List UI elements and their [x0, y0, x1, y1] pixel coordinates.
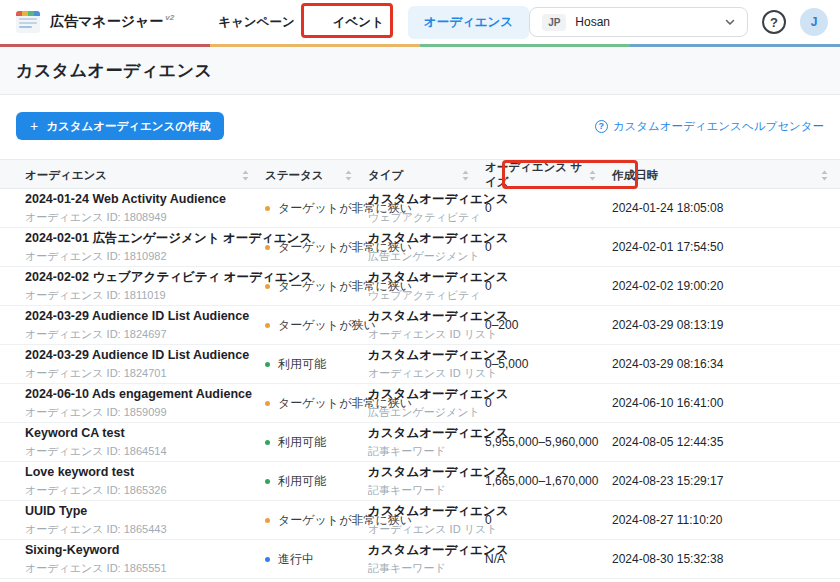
table-row[interactable]: 2024-03-29 Audience ID List Audience オーデ…	[0, 345, 840, 384]
status-cell: 利用可能	[265, 434, 368, 451]
column-label: オーディエンス サイズ	[485, 160, 589, 190]
created-datetime: 2024-08-27 11:10:20	[612, 513, 830, 527]
status-dot	[265, 401, 270, 406]
table-row[interactable]: Sixing-Keyword オーディエンス ID: 1865551 進行中 カ…	[0, 540, 840, 579]
audience-id: オーディエンス ID: 1865551	[25, 561, 265, 576]
audience-name: 2024-06-10 Ads engagement Audience	[25, 386, 265, 402]
status-dot	[265, 245, 270, 250]
created-datetime: 2024-03-29 08:13:19	[612, 318, 830, 332]
type-cell: カスタムオーディエンス オーディエンス ID リスト	[368, 503, 485, 536]
audience-name-cell: UUID Type オーディエンス ID: 1865443	[25, 503, 265, 536]
table-row[interactable]: 2024-03-29 Audience ID List Audience オーデ…	[0, 306, 840, 345]
audience-name-cell: Sixing-Keyword オーディエンス ID: 1865551	[25, 542, 265, 575]
table-header-row: オーディエンス ステータス タイプ オーディエンス サイズ 作成日時	[0, 159, 840, 189]
audience-name: Love keyword test	[25, 464, 265, 480]
create-audience-button[interactable]: + カスタムオーディエンスの作成	[16, 112, 224, 140]
sort-icon	[345, 170, 352, 181]
top-nav: 広告マネージャーv2 キャンペーン イベント オーディエンス JP Hosan …	[0, 0, 840, 44]
status-cell: ターゲットが非常に狭い	[265, 239, 368, 256]
audience-id: オーディエンス ID: 1810982	[25, 249, 265, 264]
nav-tabs: キャンペーン イベント オーディエンス	[204, 6, 529, 39]
type-sub: 記事キーワード	[368, 561, 485, 576]
help-center-link[interactable]: ? カスタムオーディエンスヘルプセンター	[595, 119, 824, 134]
status-label: 利用可能	[278, 434, 326, 451]
status-label: 利用可能	[278, 356, 326, 373]
status-dot	[265, 518, 270, 523]
tab-campaign[interactable]: キャンペーン	[204, 6, 308, 39]
column-header-status[interactable]: ステータス	[265, 168, 368, 183]
audience-name: UUID Type	[25, 503, 265, 519]
avatar[interactable]: J	[800, 8, 828, 36]
created-datetime: 2024-03-29 08:16:34	[612, 357, 830, 371]
audience-table-body: 2024-01-24 Web Activity Audience オーディエンス…	[0, 189, 840, 579]
status-dot	[265, 206, 270, 211]
type-main: カスタムオーディエンス	[368, 542, 485, 558]
audience-name-cell: 2024-03-29 Audience ID List Audience オーデ…	[25, 308, 265, 341]
type-main: カスタムオーディエンス	[368, 269, 485, 285]
audience-size: 0	[485, 513, 612, 527]
tab-event[interactable]: イベント	[319, 6, 398, 39]
audience-id: オーディエンス ID: 1865326	[25, 483, 265, 498]
app-logo-icon[interactable]	[16, 11, 40, 33]
type-sub: ウェブアクティビティ	[368, 288, 485, 303]
created-datetime: 2024-06-10 16:41:00	[612, 396, 830, 410]
status-cell: 利用可能	[265, 473, 368, 490]
status-dot	[265, 323, 270, 328]
audience-name-cell: 2024-02-01 広告エンゲージメント オーディエンス オーディエンス ID…	[25, 230, 265, 263]
column-label: オーディエンス	[25, 168, 107, 183]
status-label: 進行中	[278, 551, 314, 568]
column-header-created[interactable]: 作成日時	[612, 168, 830, 183]
tab-audience[interactable]: オーディエンス	[408, 6, 529, 39]
type-sub: オーディエンス ID リスト	[368, 366, 485, 381]
type-cell: カスタムオーディエンス オーディエンス ID リスト	[368, 347, 485, 380]
audience-id: オーディエンス ID: 1859099	[25, 405, 265, 420]
type-cell: カスタムオーディエンス 広告エンゲージメント	[368, 386, 485, 419]
type-main: カスタムオーディエンス	[368, 386, 485, 402]
account-name: Hosan	[575, 15, 725, 29]
type-main: カスタムオーディエンス	[368, 425, 485, 441]
table-row[interactable]: Love keyword test オーディエンス ID: 1865326 利用…	[0, 462, 840, 501]
status-cell: 利用可能	[265, 356, 368, 373]
column-header-type[interactable]: タイプ	[368, 168, 485, 183]
audience-name-cell: 2024-06-10 Ads engagement Audience オーディエ…	[25, 386, 265, 419]
custom-audience-table: オーディエンス ステータス タイプ オーディエンス サイズ 作成日時 2024-…	[0, 159, 840, 579]
column-label: 作成日時	[612, 168, 658, 183]
audience-id: オーディエンス ID: 1824697	[25, 327, 265, 342]
status-label: 利用可能	[278, 473, 326, 490]
audience-name-cell: Love keyword test オーディエンス ID: 1865326	[25, 464, 265, 497]
type-sub: オーディエンス ID リスト	[368, 522, 485, 537]
column-header-audience[interactable]: オーディエンス	[25, 168, 265, 183]
column-header-size[interactable]: オーディエンス サイズ	[485, 160, 612, 190]
created-datetime: 2024-08-30 15:32:38	[612, 552, 830, 566]
audience-name-cell: 2024-01-24 Web Activity Audience オーディエンス…	[25, 191, 265, 224]
column-label: タイプ	[368, 168, 403, 183]
type-sub: オーディエンス ID リスト	[368, 327, 485, 342]
audience-size: 0–5,000	[485, 357, 612, 371]
table-row[interactable]: Keyword CA test オーディエンス ID: 1864514 利用可能…	[0, 423, 840, 462]
created-datetime: 2024-02-01 17:54:50	[612, 240, 830, 254]
audience-id: オーディエンス ID: 1824701	[25, 366, 265, 381]
audience-size: 0	[485, 396, 612, 410]
table-row[interactable]: UUID Type オーディエンス ID: 1865443 ターゲットが非常に狭…	[0, 501, 840, 540]
table-row[interactable]: 2024-06-10 Ads engagement Audience オーディエ…	[0, 384, 840, 423]
status-cell: ターゲットが非常に狭い	[265, 512, 368, 529]
table-row[interactable]: 2024-02-01 広告エンゲージメント オーディエンス オーディエンス ID…	[0, 228, 840, 267]
account-dropdown[interactable]: JP Hosan	[529, 7, 748, 37]
table-row[interactable]: 2024-01-24 Web Activity Audience オーディエンス…	[0, 189, 840, 228]
type-sub: 広告エンゲージメント	[368, 249, 485, 264]
status-dot	[265, 479, 270, 484]
audience-size: 1,665,000–1,670,000	[485, 474, 612, 488]
audience-size: N/A	[485, 552, 612, 566]
chevron-down-icon	[725, 19, 735, 26]
status-cell: ターゲットが非常に狭い	[265, 200, 368, 217]
audience-name-cell: Keyword CA test オーディエンス ID: 1864514	[25, 425, 265, 458]
audience-size: 0	[485, 279, 612, 293]
audience-name-cell: 2024-03-29 Audience ID List Audience オーデ…	[25, 347, 265, 380]
type-cell: カスタムオーディエンス 広告エンゲージメント	[368, 230, 485, 263]
help-icon[interactable]: ?	[762, 10, 786, 34]
audience-id: オーディエンス ID: 1811019	[25, 288, 265, 303]
table-row[interactable]: 2024-02-02 ウェブアクティビティ オーディエンス オーディエンス ID…	[0, 267, 840, 306]
audience-name: 2024-03-29 Audience ID List Audience	[25, 308, 265, 324]
column-label: ステータス	[265, 168, 324, 183]
type-cell: カスタムオーディエンス 記事キーワード	[368, 464, 485, 497]
